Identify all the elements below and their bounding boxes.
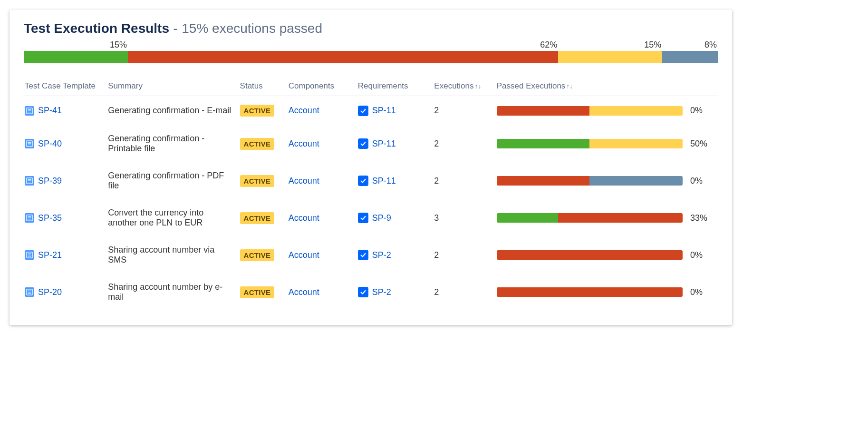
exec-bar: [497, 139, 683, 148]
requirement-icon: [358, 287, 368, 297]
requirement-link[interactable]: SP-11: [372, 176, 396, 186]
executions-cell: 2: [433, 96, 495, 126]
page-title-row: Test Execution Results - 15% executions …: [24, 21, 718, 36]
requirement-icon: [358, 176, 368, 186]
summary-bar-wrap: 15%62%15%8%: [24, 40, 718, 63]
passed-pct: 50%: [690, 139, 713, 149]
test-template-icon: [25, 287, 34, 297]
component-link[interactable]: Account: [289, 287, 319, 297]
exec-bar: [497, 106, 683, 116]
status-badge: ACTIVE: [240, 286, 275, 298]
status-badge: ACTIVE: [240, 249, 275, 261]
exec-bar-segment: [589, 139, 683, 148]
exec-bar-segment: [497, 250, 683, 260]
test-template-icon: [25, 250, 34, 260]
title-separator: -: [173, 21, 177, 36]
exec-bar-segment: [497, 106, 590, 116]
sort-icon[interactable]: ↑↓: [475, 82, 482, 90]
requirement-icon: [358, 250, 368, 260]
sort-icon[interactable]: ↑↓: [566, 82, 573, 90]
passed-pct: 33%: [690, 213, 713, 223]
col-header-requirements[interactable]: Requirements: [357, 78, 434, 96]
requirement-link[interactable]: SP-2: [372, 250, 391, 260]
summary-segment-label: 15%: [558, 40, 662, 50]
requirement-icon: [358, 138, 368, 149]
test-template-icon: [25, 176, 34, 186]
page-title: Test Execution Results: [24, 21, 169, 36]
requirement-link[interactable]: SP-9: [372, 213, 391, 223]
summary-cell: Generating confirmation - PDF file: [107, 162, 239, 199]
exec-bar-segment: [497, 176, 590, 186]
requirement-icon: [358, 213, 368, 223]
executions-cell: 3: [433, 199, 495, 236]
exec-bar: [497, 287, 683, 297]
summary-segment-label: 15%: [24, 40, 128, 50]
exec-bar: [497, 176, 683, 186]
summary-cell: Convert the currency into another one PL…: [107, 199, 239, 236]
summary-segment-label: 8%: [662, 40, 718, 50]
exec-bar-segment: [497, 213, 558, 223]
requirement-link[interactable]: SP-2: [372, 287, 391, 297]
executions-cell: 2: [433, 125, 495, 162]
component-link[interactable]: Account: [289, 176, 319, 186]
col-header-passed-label: Passed Executions: [497, 81, 566, 90]
page-subtitle: 15% executions passed: [182, 21, 322, 36]
col-header-executions[interactable]: Executions↑↓: [433, 78, 495, 96]
summary-segment: [128, 51, 558, 63]
results-card: Test Execution Results - 15% executions …: [10, 10, 732, 325]
summary-bar-labels: 15%62%15%8%: [24, 40, 718, 50]
table-row: SP-40Generating confirmation - Printable…: [24, 125, 718, 162]
test-template-link[interactable]: SP-41: [38, 106, 62, 116]
component-link[interactable]: Account: [289, 250, 319, 260]
test-template-link[interactable]: SP-39: [38, 176, 62, 186]
col-header-status[interactable]: Status: [239, 78, 288, 96]
summary-segment: [558, 51, 662, 63]
component-link[interactable]: Account: [289, 106, 319, 115]
test-template-link[interactable]: SP-20: [38, 287, 62, 297]
exec-bar-segment: [497, 287, 683, 297]
col-header-components[interactable]: Components: [288, 78, 357, 96]
component-link[interactable]: Account: [289, 139, 319, 148]
passed-pct: 0%: [690, 287, 713, 297]
passed-pct: 0%: [690, 176, 713, 186]
col-header-executions-label: Executions: [434, 81, 473, 90]
summary-cell: Generating confirmation - Printable file: [107, 125, 239, 162]
status-badge: ACTIVE: [240, 175, 275, 187]
table-row: SP-39Generating confirmation - PDF fileA…: [24, 162, 718, 199]
results-table: Test Case Template Summary Status Compon…: [24, 78, 718, 311]
exec-bar-segment: [589, 106, 683, 116]
requirement-link[interactable]: SP-11: [372, 106, 396, 116]
test-template-link[interactable]: SP-40: [38, 139, 62, 149]
col-header-passed[interactable]: Passed Executions↑↓: [496, 78, 718, 96]
exec-bar-segment: [589, 176, 683, 186]
executions-cell: 2: [433, 162, 495, 199]
passed-pct: 0%: [690, 250, 713, 260]
status-badge: ACTIVE: [240, 105, 275, 117]
exec-bar-segment: [558, 213, 683, 223]
col-header-summary[interactable]: Summary: [107, 78, 239, 96]
executions-cell: 2: [433, 274, 495, 311]
test-template-link[interactable]: SP-35: [38, 213, 62, 223]
test-template-link[interactable]: SP-21: [38, 250, 62, 260]
summary-segment: [662, 51, 718, 63]
table-row: SP-35Convert the currency into another o…: [24, 199, 718, 236]
component-link[interactable]: Account: [289, 213, 319, 223]
summary-cell: Sharing account number by e-mail: [107, 274, 239, 311]
requirement-icon: [358, 106, 368, 116]
summary-segment-label: 62%: [128, 40, 558, 50]
table-row: SP-20Sharing account number by e-mailACT…: [24, 274, 718, 311]
table-row: SP-41Generating confirmation - E-mailACT…: [24, 96, 718, 126]
requirement-link[interactable]: SP-11: [372, 139, 396, 149]
summary-bar: [24, 51, 718, 63]
summary-cell: Sharing account number via SMS: [107, 236, 239, 274]
test-template-icon: [25, 139, 34, 148]
passed-pct: 0%: [690, 106, 713, 116]
summary-cell: Generating confirmation - E-mail: [107, 96, 239, 126]
col-header-template[interactable]: Test Case Template: [24, 78, 107, 96]
summary-segment: [24, 51, 128, 63]
table-row: SP-21Sharing account number via SMSACTIV…: [24, 236, 718, 274]
test-template-icon: [25, 213, 34, 223]
executions-cell: 2: [433, 236, 495, 274]
status-badge: ACTIVE: [240, 138, 275, 150]
test-template-icon: [25, 106, 34, 116]
